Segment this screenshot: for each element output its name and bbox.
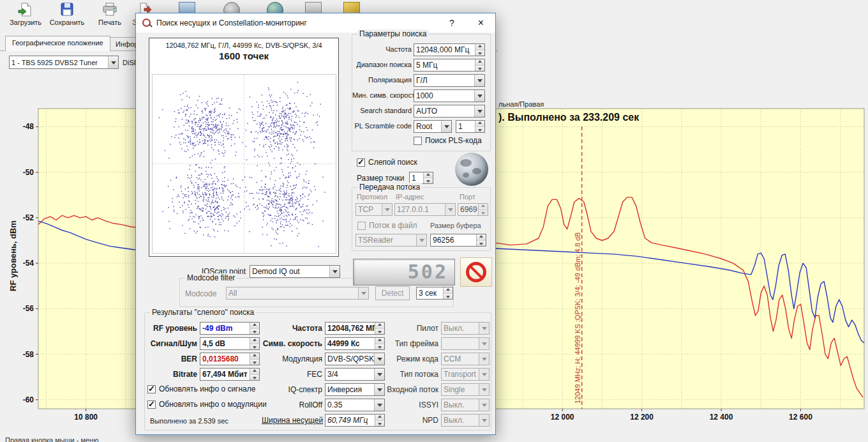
spin-buttons-icon[interactable] bbox=[375, 323, 384, 334]
group-label: Параметры поиска bbox=[357, 29, 428, 38]
help-button[interactable]: ? bbox=[441, 13, 463, 33]
buffer-size-spinner[interactable]: 96256 bbox=[430, 234, 486, 247]
stream-to-file-checkbox: Поток в файл bbox=[357, 221, 417, 230]
spin-buttons-icon[interactable] bbox=[250, 353, 259, 365]
search-standard-select[interactable]: AUTO bbox=[414, 105, 485, 118]
y-tick-label: -52 bbox=[23, 213, 34, 222]
pls-search-checkbox[interactable]: Поиск PLS-кода bbox=[414, 136, 482, 145]
rf-level-field[interactable]: -49 dBm bbox=[200, 322, 260, 335]
modulation-select[interactable]: DVB-S/QPSK bbox=[325, 353, 385, 365]
tuner-select[interactable]: 1 - TBS 5925 DVBS2 Tuner bbox=[9, 56, 119, 69]
blind-search-checkbox[interactable]: Слепой поиск bbox=[357, 158, 417, 167]
load-icon bbox=[17, 2, 34, 17]
pl-scramble-mode-select[interactable]: Root bbox=[414, 120, 452, 133]
checkbox-icon[interactable] bbox=[147, 400, 156, 409]
dropdown-arrow-icon bbox=[479, 369, 489, 380]
y-tick-label: -48 bbox=[23, 122, 34, 131]
spin-buttons-icon[interactable] bbox=[375, 415, 384, 426]
iq-spectrum-select[interactable]: Инверсия bbox=[325, 383, 385, 396]
frequency-label: Частота bbox=[352, 45, 412, 53]
spin-buttons-icon[interactable] bbox=[478, 204, 488, 215]
spin-buttons-icon[interactable] bbox=[250, 338, 259, 349]
ts-reader-select: TSReader bbox=[355, 234, 427, 247]
toolbar-save-label: Сохранить bbox=[47, 19, 87, 26]
npd-field: Выкл. bbox=[441, 414, 490, 427]
checkbox-icon[interactable] bbox=[414, 137, 422, 145]
min-symbol-rate-combo[interactable]: 1000 bbox=[414, 89, 485, 102]
dropdown-arrow-icon[interactable] bbox=[329, 266, 340, 277]
ber-label: BER bbox=[146, 354, 197, 363]
x-tick-label: 12 600 bbox=[789, 413, 812, 422]
update-signal-info-checkbox[interactable]: Обновлять инфо о сигнале bbox=[147, 385, 255, 393]
spin-buttons-icon[interactable] bbox=[250, 369, 259, 380]
toolbar-save-button[interactable]: Сохранить bbox=[47, 1, 87, 32]
dropdown-arrow-icon[interactable] bbox=[441, 121, 451, 132]
x-tick-label: 12 400 bbox=[710, 413, 733, 422]
dropdown-arrow-icon bbox=[382, 204, 392, 215]
blind-search-results-group: Результаты "слепого" поиска RF уровень -… bbox=[144, 312, 491, 431]
fec-select[interactable]: 3/4 bbox=[325, 368, 385, 381]
dropdown-arrow-icon[interactable] bbox=[474, 105, 484, 117]
input-stream-label: Входной поток bbox=[384, 385, 438, 394]
checkbox-icon[interactable] bbox=[147, 385, 156, 393]
dropdown-arrow-icon bbox=[479, 384, 489, 395]
checkbox-icon[interactable] bbox=[357, 158, 365, 167]
pl-scramble-code-spinner[interactable]: 1 bbox=[456, 120, 485, 133]
chart-title: ). Выполнено за 233.209 сек bbox=[498, 112, 639, 123]
symbol-rate-field[interactable]: 44999 Кс bbox=[325, 337, 385, 350]
rolloff-label: RollOff bbox=[262, 400, 322, 409]
x-tick-label: 12 000 bbox=[551, 413, 574, 422]
toolbar-load-button[interactable]: Загрузить bbox=[5, 1, 46, 32]
spin-buttons-icon[interactable] bbox=[475, 121, 484, 132]
dropdown-arrow-icon[interactable] bbox=[108, 56, 118, 68]
dropdown-arrow-icon[interactable] bbox=[374, 369, 384, 380]
dropdown-arrow-icon[interactable] bbox=[474, 90, 484, 102]
stop-button[interactable] bbox=[460, 257, 492, 287]
dropdown-arrow-icon[interactable] bbox=[474, 75, 484, 86]
spin-buttons-icon[interactable] bbox=[476, 234, 486, 246]
tab-geographic-position[interactable]: Географическое положение bbox=[5, 36, 110, 51]
spin-buttons-icon[interactable] bbox=[443, 287, 453, 299]
checkbox-icon bbox=[357, 222, 366, 230]
search-range-spinner[interactable]: 5 МГц bbox=[414, 59, 485, 72]
toolbar-print-button[interactable]: Печать bbox=[89, 1, 130, 32]
update-modulation-info-checkbox[interactable]: Обновлять инфо о модуляции bbox=[147, 400, 267, 409]
modulation-label: Модуляция bbox=[262, 354, 322, 363]
spin-buttons-icon[interactable] bbox=[475, 44, 484, 56]
iqscan-point-select[interactable]: Demod IQ out bbox=[250, 265, 340, 278]
search-standard-label: Search standard bbox=[352, 107, 412, 114]
spin-buttons-icon[interactable] bbox=[475, 59, 484, 71]
spin-buttons-icon[interactable] bbox=[250, 323, 259, 334]
detect-button: Detect bbox=[375, 286, 410, 300]
close-button[interactable]: × bbox=[467, 13, 495, 33]
dropdown-arrow-icon bbox=[479, 353, 489, 365]
bitrate-field[interactable]: 67,494 Мбит bbox=[200, 368, 260, 381]
spin-buttons-icon[interactable] bbox=[423, 172, 433, 183]
dropdown-arrow-icon[interactable] bbox=[374, 399, 384, 411]
ber-field[interactable]: 0,0135680 bbox=[200, 353, 260, 365]
polarization-select[interactable]: Г/Л bbox=[414, 74, 485, 87]
dropdown-arrow-icon[interactable] bbox=[374, 353, 384, 365]
rolloff-select[interactable]: 0.35 bbox=[325, 399, 385, 411]
carrier-width-link[interactable]: Ширина несущей bbox=[262, 416, 322, 425]
port-spinner[interactable]: 6969 bbox=[458, 203, 488, 216]
frequency-spinner[interactable]: 12048,000 МГц bbox=[414, 43, 485, 56]
found-frequency-field[interactable]: 12048,762 МГц bbox=[325, 322, 385, 335]
port-header: Порт bbox=[460, 193, 475, 201]
found-frequency-label: Частота bbox=[262, 324, 322, 333]
dropdown-arrow-icon bbox=[358, 287, 368, 299]
spin-buttons-icon[interactable] bbox=[375, 338, 384, 349]
snr-field[interactable]: 4,5 dB bbox=[200, 337, 260, 350]
constellation-point-count: 1600 точек bbox=[149, 50, 338, 61]
dialog-title: Поиск несущих и Constellation-мониторинг bbox=[156, 19, 307, 27]
dropdown-arrow-icon bbox=[416, 234, 426, 246]
polarization-tab-fragment[interactable]: льная/Правая bbox=[498, 100, 544, 108]
carrier-width-field[interactable]: 60,749 МГц bbox=[325, 414, 385, 427]
dropdown-arrow-icon[interactable] bbox=[374, 384, 384, 395]
constellation-signal-info: 12048,762 МГц, Г/Л, 44999 Кс, DVB-S/QPSK… bbox=[149, 42, 338, 49]
protocol-header: Протокол bbox=[357, 193, 387, 201]
stream-type-field: Transport bbox=[441, 368, 490, 381]
dialog-titlebar[interactable]: Поиск несущих и Constellation-мониторинг… bbox=[136, 13, 495, 33]
detect-interval-spinner[interactable]: 3 сек bbox=[416, 287, 453, 300]
fec-label: FEC bbox=[262, 370, 322, 379]
